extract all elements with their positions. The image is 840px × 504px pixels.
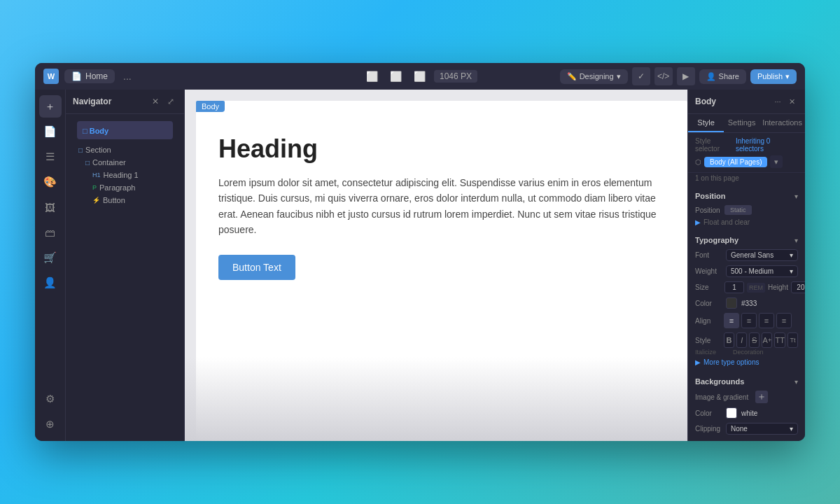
- nav-body-label: □ Body: [83, 127, 108, 135]
- align-label: Align: [695, 317, 722, 325]
- section-icon: □: [78, 146, 83, 154]
- nav-heading-item[interactable]: H1 Heading 1: [66, 169, 184, 181]
- position-row: Position Static: [688, 203, 805, 217]
- align-left-btn[interactable]: ≡: [724, 313, 739, 328]
- lowercase-btn[interactable]: Tt: [788, 332, 798, 348]
- navigator-title: Navigator: [73, 97, 111, 106]
- backgrounds-section-header[interactable]: Backgrounds ▾: [688, 372, 805, 388]
- body-badge[interactable]: Body (All Pages): [704, 157, 767, 167]
- align-justify-btn[interactable]: ≡: [776, 313, 792, 328]
- bold-btn[interactable]: B: [724, 332, 734, 348]
- home-tab[interactable]: 📄 Home: [64, 69, 115, 83]
- style-selector-section: Style selector Inheriting 0 selectors ⬡ …: [688, 133, 805, 173]
- type-style-label: Style: [695, 337, 722, 344]
- canvas-body-tag: Body: [196, 101, 225, 112]
- typography-section-header[interactable]: Typography ▾: [688, 230, 805, 247]
- position-title: Position: [695, 192, 725, 200]
- position-section-header[interactable]: Position ▾: [688, 186, 805, 203]
- canvas-area: Body Heading Lorem ipsum dolor sit amet,…: [185, 90, 687, 441]
- color-label: Color: [695, 300, 722, 307]
- rp-close-btn[interactable]: ✕: [785, 95, 798, 108]
- inheriting-label: Inheriting 0 selectors: [736, 137, 798, 153]
- uppercase-btn[interactable]: TT: [774, 332, 785, 348]
- container-icon: □: [85, 159, 90, 167]
- weight-row: Weight 500 - Medium ▾: [688, 263, 805, 279]
- on-page-count: 1 on this page: [688, 173, 805, 183]
- tab-interactions[interactable]: Interactions: [760, 114, 805, 132]
- size-label: Size: [695, 284, 722, 291]
- nav-button-item[interactable]: ⚡ Button: [66, 194, 184, 206]
- font-dropdown[interactable]: General Sans ▾: [726, 249, 798, 261]
- italicize-label: Italicize: [695, 349, 716, 356]
- canvas-button[interactable]: Button Text: [218, 255, 295, 280]
- sidebar-ecomm-icon[interactable]: 🛒: [39, 246, 62, 269]
- code-btn[interactable]: </>: [654, 67, 673, 85]
- sidebar-more-icon[interactable]: ⊕: [39, 413, 62, 435]
- tablet-view-btn[interactable]: ⬜: [386, 68, 406, 85]
- superscript-btn[interactable]: A+: [762, 332, 772, 348]
- right-panel-title: Body: [695, 97, 716, 106]
- nav-expand-btn[interactable]: ⤢: [164, 95, 177, 108]
- sidebar-users-icon[interactable]: 👤: [39, 272, 62, 294]
- position-static-btn[interactable]: Static: [724, 205, 752, 215]
- weight-dropdown[interactable]: 500 - Medium ▾: [726, 265, 798, 277]
- decoration-label: Decoration: [733, 349, 764, 356]
- navigator-actions: ✕ ⤢: [149, 95, 177, 108]
- typography-title: Typography: [695, 236, 738, 244]
- weight-label: Weight: [695, 267, 722, 275]
- sidebar-cms-icon[interactable]: 🗃: [39, 221, 62, 244]
- tab-settings[interactable]: Settings: [724, 114, 760, 132]
- share-icon: 👤: [706, 72, 716, 81]
- italic-btn[interactable]: I: [736, 332, 747, 348]
- align-right-btn[interactable]: ≡: [759, 313, 774, 328]
- strikethrough-btn[interactable]: S: [749, 332, 760, 348]
- button-nav-icon: ⚡: [92, 197, 100, 204]
- font-label: Font: [695, 251, 722, 259]
- sidebar-assets-icon[interactable]: 🖼: [39, 196, 62, 218]
- box-icon: □: [83, 127, 90, 135]
- clipping-dropdown[interactable]: None ▾: [726, 423, 798, 435]
- app-logo: W: [43, 69, 59, 84]
- size-input[interactable]: [724, 281, 744, 293]
- heading-icon: H1: [92, 172, 101, 178]
- typography-color-value: #333: [741, 300, 757, 307]
- add-background-btn[interactable]: ＋: [755, 391, 768, 403]
- mobile-view-btn[interactable]: ⬜: [410, 68, 430, 85]
- check-btn[interactable]: ✓: [632, 67, 650, 85]
- float-row[interactable]: ▶ Float and clear: [688, 217, 805, 227]
- nav-section-item[interactable]: □ Section: [66, 144, 184, 156]
- more-type-options-row[interactable]: ▶ More type options: [688, 356, 805, 369]
- tab-style[interactable]: Style: [688, 114, 724, 132]
- share-btn[interactable]: 👤 Share: [699, 69, 746, 84]
- canvas-heading: Heading: [218, 134, 665, 164]
- height-input[interactable]: [791, 281, 805, 293]
- sidebar-pages-icon[interactable]: 📄: [39, 120, 62, 143]
- sidebar-navigator-icon[interactable]: ☰: [39, 146, 62, 168]
- canvas-gradient: [185, 357, 687, 441]
- nav-close-btn[interactable]: ✕: [149, 95, 162, 108]
- tab-dots[interactable]: ...: [123, 71, 132, 82]
- height-label: Height: [768, 284, 788, 291]
- style-selector-label: Style selector: [695, 137, 736, 153]
- sidebar-settings-icon[interactable]: ⚙: [39, 388, 62, 410]
- desktop-view-btn[interactable]: ⬜: [363, 68, 382, 85]
- designing-mode-btn[interactable]: ✏️ Designing ▾: [560, 69, 628, 84]
- align-center-btn[interactable]: ≡: [741, 313, 757, 328]
- badge-chevron-btn[interactable]: ▾: [770, 155, 783, 168]
- rp-dots-btn[interactable]: ···: [771, 95, 784, 108]
- nav-body-selected[interactable]: □ Body: [77, 121, 173, 139]
- backgrounds-title: Backgrounds: [695, 377, 744, 386]
- sidebar-add-icon[interactable]: ＋: [39, 95, 62, 118]
- typography-color-swatch[interactable]: [726, 298, 737, 309]
- nav-paragraph-item[interactable]: P Paragraph: [66, 181, 184, 194]
- bg-color-swatch[interactable]: [726, 407, 737, 419]
- nav-container-item[interactable]: □ Container: [66, 156, 184, 169]
- pencil-icon: ✏️: [567, 72, 577, 81]
- sidebar-style-icon[interactable]: 🎨: [39, 171, 62, 193]
- right-panel: Body ··· ✕ Style Settings Interactions S…: [687, 90, 805, 441]
- borders-section-header[interactable]: Borders ▾: [688, 440, 805, 441]
- main-area: ＋ 📄 ☰ 🎨 🖼 🗃 🛒 👤 ⚙ ⊕ Navigator ✕ ⤢: [35, 90, 805, 441]
- size-row: Size REM Height PX: [688, 279, 805, 295]
- play-btn[interactable]: ▶: [677, 67, 695, 85]
- publish-btn[interactable]: Publish ▾: [750, 69, 797, 84]
